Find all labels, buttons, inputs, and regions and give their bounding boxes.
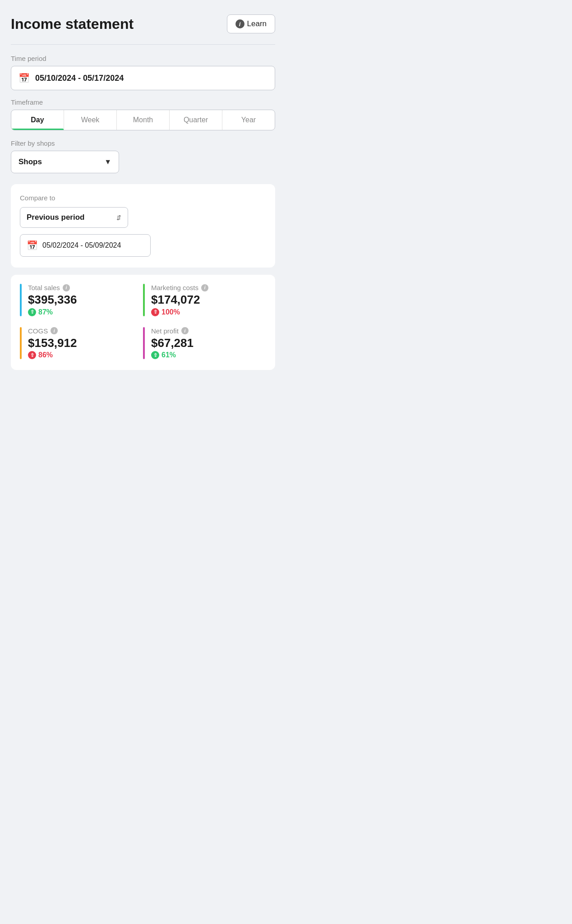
- metric-change-pct-net-profit: 61%: [161, 351, 176, 359]
- metric-content-net-profit: Net profit i $67,281 ⇧ 61%: [151, 327, 194, 360]
- timeframe-label: Timeframe: [11, 98, 275, 106]
- learn-button[interactable]: i Learn: [227, 14, 275, 33]
- filter-label: Filter by shops: [11, 139, 275, 147]
- tab-week[interactable]: Week: [64, 110, 117, 130]
- metric-info-icon-net-profit[interactable]: i: [181, 327, 189, 334]
- metric-header-total-sales: Total sales i: [28, 284, 77, 291]
- metric-value-marketing-costs: $174,072: [151, 293, 208, 306]
- arrow-up-icon-cogs: ⇧: [28, 351, 36, 359]
- date-range-text: 05/10/2024 - 05/17/2024: [35, 74, 124, 83]
- compare-card: Compare to Previous period ⇵ 📅 05/02/202…: [11, 184, 275, 268]
- metric-value-total-sales: $395,336: [28, 293, 77, 306]
- filter-section: Filter by shops Shops ▼: [11, 139, 275, 173]
- metric-content-cogs: COGS i $153,912 ⇧ 86%: [28, 327, 77, 360]
- metric-change-cogs: ⇧ 86%: [28, 351, 77, 359]
- time-period-label: Time period: [11, 55, 275, 62]
- metric-bar-marketing-costs: [143, 284, 145, 316]
- compare-selected-value: Previous period: [27, 213, 84, 222]
- tab-month[interactable]: Month: [117, 110, 170, 130]
- metric-info-icon-cogs[interactable]: i: [51, 327, 58, 334]
- tab-day[interactable]: Day: [11, 110, 64, 130]
- sort-icon: ⇵: [116, 214, 121, 221]
- header: Income statement i Learn: [11, 14, 275, 33]
- metric-name-marketing-costs: Marketing costs: [151, 284, 198, 291]
- metric-value-cogs: $153,912: [28, 337, 77, 350]
- metric-header-net-profit: Net profit i: [151, 327, 194, 335]
- compare-date-box: 📅 05/02/2024 - 05/09/2024: [20, 234, 151, 257]
- metric-change-marketing-costs: ⇧ 100%: [151, 308, 208, 316]
- page: Income statement i Learn Time period 📅 0…: [0, 0, 286, 392]
- metric-bar-net-profit: [143, 327, 145, 360]
- shops-dropdown-label: Shops: [18, 157, 42, 166]
- metric-change-total-sales: ⇧ 87%: [28, 308, 77, 316]
- timeframe-section: Timeframe Day Week Month Quarter Year: [11, 98, 275, 130]
- tab-year[interactable]: Year: [222, 110, 275, 130]
- chevron-down-icon: ▼: [104, 158, 111, 166]
- compare-label: Compare to: [20, 194, 266, 202]
- metric-bar-total-sales: [20, 284, 22, 316]
- shops-dropdown[interactable]: Shops ▼: [11, 151, 119, 173]
- metrics-card: Total sales i $395,336 ⇧ 87% Marketing c…: [11, 275, 275, 370]
- compare-date-range: 05/02/2024 - 05/09/2024: [42, 241, 121, 249]
- header-divider: [11, 44, 275, 45]
- metric-marketing-costs: Marketing costs i $174,072 ⇧ 100%: [143, 284, 266, 316]
- calendar-icon: 📅: [18, 73, 30, 83]
- page-title: Income statement: [11, 16, 134, 32]
- metric-name-total-sales: Total sales: [28, 284, 60, 291]
- timeframe-tabs: Day Week Month Quarter Year: [11, 110, 275, 130]
- metrics-grid: Total sales i $395,336 ⇧ 87% Marketing c…: [20, 284, 266, 359]
- metric-content-marketing-costs: Marketing costs i $174,072 ⇧ 100%: [151, 284, 208, 316]
- metric-total-sales: Total sales i $395,336 ⇧ 87%: [20, 284, 143, 316]
- compare-select[interactable]: Previous period ⇵: [20, 207, 128, 228]
- metric-header-cogs: COGS i: [28, 327, 77, 335]
- info-icon: i: [235, 19, 244, 28]
- date-range-input[interactable]: 📅 05/10/2024 - 05/17/2024: [11, 66, 275, 90]
- metric-net-profit: Net profit i $67,281 ⇧ 61%: [143, 327, 266, 360]
- compare-calendar-icon: 📅: [27, 240, 38, 251]
- arrow-up-icon-total-sales: ⇧: [28, 308, 36, 316]
- metric-cogs: COGS i $153,912 ⇧ 86%: [20, 327, 143, 360]
- metric-change-pct-marketing-costs: 100%: [161, 308, 180, 316]
- metric-change-net-profit: ⇧ 61%: [151, 351, 194, 359]
- metric-info-icon-total-sales[interactable]: i: [63, 284, 70, 291]
- arrow-up-icon-marketing-costs: ⇧: [151, 308, 159, 316]
- time-period-section: Time period 📅 05/10/2024 - 05/17/2024: [11, 55, 275, 90]
- metric-name-cogs: COGS: [28, 327, 48, 335]
- metric-value-net-profit: $67,281: [151, 337, 194, 350]
- metric-content-total-sales: Total sales i $395,336 ⇧ 87%: [28, 284, 77, 316]
- metric-header-marketing-costs: Marketing costs i: [151, 284, 208, 291]
- metric-change-pct-cogs: 86%: [38, 351, 53, 359]
- metric-name-net-profit: Net profit: [151, 327, 179, 335]
- metric-bar-cogs: [20, 327, 22, 360]
- metric-change-pct-total-sales: 87%: [38, 308, 53, 316]
- tab-quarter[interactable]: Quarter: [170, 110, 222, 130]
- arrow-up-icon-net-profit: ⇧: [151, 351, 159, 359]
- learn-label: Learn: [247, 19, 267, 28]
- metric-info-icon-marketing-costs[interactable]: i: [201, 284, 208, 291]
